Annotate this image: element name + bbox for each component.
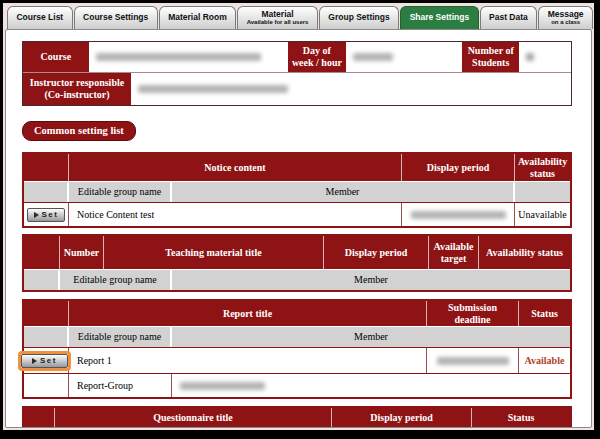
tab-label: Past Data [489, 13, 528, 22]
report-table-header: Report title Submission deadline Status [24, 301, 570, 326]
tab-group-settings[interactable]: Group Settings [319, 6, 399, 29]
instructor-name-redacted [138, 85, 288, 93]
screenshot-frame: Course List Course Settings Material Roo… [0, 0, 600, 439]
set-cell: Set [24, 203, 69, 226]
instructor-value [131, 73, 571, 105]
teaching-material-header: Number Teaching material title Display p… [24, 236, 570, 269]
tab-label: Course List [16, 13, 63, 22]
header-submission-deadline: Submission deadline [427, 301, 519, 326]
report-row: Set Report 1 Available [24, 347, 570, 373]
report-table-subheader: Editable group name Member [24, 326, 570, 347]
course-info-table: Course Day of week / hour Number of Stud… [22, 41, 572, 106]
deadline-redacted [437, 357, 509, 365]
header-display-period: Display period [402, 154, 515, 181]
course-label: Course [23, 42, 89, 72]
set-button-highlighted[interactable]: Set [21, 354, 68, 368]
header-cell-empty [24, 301, 69, 326]
play-icon [32, 358, 37, 364]
notice-row: Set Notice Content test Unavailable [24, 202, 570, 226]
tab-past-data[interactable]: Past Data [480, 6, 538, 29]
report-group-members [172, 374, 570, 397]
report-table: Report title Submission deadline Status … [22, 299, 572, 399]
subheader-editable-group-name: Editable group name [69, 182, 172, 202]
header-availability-status: Availability status [479, 236, 570, 269]
subheader-cell-empty [515, 182, 570, 202]
course-info-row-2: Instructor responsible (Co-instructor) [23, 72, 571, 105]
tab-sublabel: Available for all users [247, 19, 309, 26]
notice-table: Notice content Display period Availabili… [22, 152, 572, 228]
header-cell-empty [24, 154, 69, 181]
questionnaire-table: Questionnaire title Display period Statu… [22, 406, 572, 428]
header-display-period: Display period [332, 408, 472, 428]
set-button[interactable]: Set [27, 208, 65, 222]
subheader-member: Member [172, 270, 570, 290]
tab-course-list[interactable]: Course List [7, 6, 73, 29]
tab-material-room[interactable]: Material Room [159, 6, 236, 29]
report-status: Available [519, 348, 570, 373]
members-redacted [180, 382, 265, 390]
instructor-label: Instructor responsible (Co-instructor) [23, 73, 131, 105]
content-panel: Course Day of week / hour Number of Stud… [5, 29, 592, 428]
play-icon [34, 212, 39, 218]
report-submission-deadline [427, 348, 519, 373]
notice-table-subheader: Editable group name Member [24, 181, 570, 202]
course-name-redacted [96, 53, 261, 61]
tab-label: Course Settings [83, 13, 148, 22]
tab-label: Group Settings [328, 13, 389, 22]
tab-bar: Course List Course Settings Material Roo… [3, 3, 594, 29]
tab-label: Share Settings [410, 13, 470, 22]
header-cell-empty [24, 408, 55, 428]
header-report-title: Report title [69, 301, 427, 326]
day-of-week-value [346, 42, 463, 72]
students-label: Number of Students [462, 42, 519, 72]
questionnaire-table-header: Questionnaire title Display period Statu… [24, 408, 570, 428]
report-group-name: Report-Group [69, 374, 172, 397]
header-cell-empty [24, 236, 60, 269]
notice-table-header: Notice content Display period Availabili… [24, 154, 570, 181]
report-group-row: Report-Group [24, 373, 570, 397]
tab-label: Material [261, 10, 293, 19]
display-period-redacted [411, 211, 506, 219]
course-info-row-1: Course Day of week / hour Number of Stud… [23, 42, 571, 72]
notice-title: Notice Content test [69, 203, 402, 226]
header-notice-content: Notice content [69, 154, 402, 181]
header-availability-status: Availability status [515, 154, 570, 181]
subheader-editable-group-name: Editable group name [60, 270, 172, 290]
header-teaching-material-title: Teaching material title [104, 236, 324, 269]
empty-cell [24, 374, 69, 397]
day-of-week-label: Day of week / hour [288, 42, 346, 72]
students-value [519, 42, 571, 72]
header-status: Status [472, 408, 570, 428]
common-setting-list-button[interactable]: Common setting list [22, 121, 136, 141]
page-background: Course List Course Settings Material Roo… [3, 3, 594, 430]
set-cell: Set [24, 348, 69, 373]
subheader-cell-empty [24, 270, 60, 290]
tab-sublabel: on a class [551, 19, 580, 26]
tab-label: Message [548, 10, 584, 19]
teaching-material-subheader: Editable group name Member [24, 269, 570, 290]
set-button-label: Set [42, 210, 59, 219]
header-display-period: Display period [324, 236, 429, 269]
subheader-member: Member [172, 327, 570, 347]
tab-material[interactable]: Material Available for all users [237, 6, 318, 29]
tab-course-settings[interactable]: Course Settings [74, 6, 158, 29]
course-value [89, 42, 288, 72]
notice-availability: Unavailable [515, 203, 570, 226]
report-title: Report 1 [69, 348, 427, 373]
day-of-week-redacted [353, 53, 393, 61]
header-available-target: Available target [429, 236, 479, 269]
tab-message[interactable]: Message on a class [538, 6, 593, 29]
students-count-redacted [526, 53, 534, 61]
header-questionnaire-title: Questionnaire title [55, 408, 332, 428]
tab-share-settings[interactable]: Share Settings [400, 6, 478, 29]
subheader-member: Member [172, 182, 515, 202]
set-button-label: Set [40, 356, 57, 365]
header-number: Number [60, 236, 104, 269]
subheader-editable-group-name: Editable group name [69, 327, 172, 347]
tab-label: Material Room [168, 13, 227, 22]
subheader-cell-empty [24, 182, 69, 202]
subheader-cell-empty [24, 327, 69, 347]
highlight-box: Set [18, 351, 71, 371]
teaching-material-table: Number Teaching material title Display p… [22, 234, 572, 292]
header-status: Status [519, 301, 570, 326]
